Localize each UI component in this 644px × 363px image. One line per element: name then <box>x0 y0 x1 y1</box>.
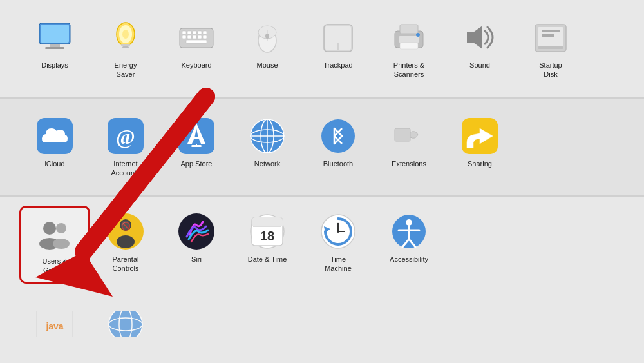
svg-point-59 <box>53 239 70 249</box>
svg-rect-18 <box>198 35 202 39</box>
svg-rect-1 <box>41 25 69 43</box>
accessibility-icon <box>390 212 428 251</box>
pref-item-accessibility[interactable]: Accessibility <box>374 206 444 284</box>
users-groups-icon <box>35 214 74 253</box>
pref-item-keyboard[interactable]: Keyboard <box>161 12 232 86</box>
users-groups-label: Users &Groups <box>42 257 67 275</box>
svg-rect-38 <box>542 34 554 37</box>
svg-rect-10 <box>182 31 186 34</box>
svg-point-90 <box>109 311 142 337</box>
startup-disk-label: StartupDisk <box>539 61 562 79</box>
pref-item-network-other[interactable] <box>90 305 161 348</box>
app-store-icon <box>177 117 216 155</box>
svg-rect-31 <box>400 43 418 49</box>
bluetooth-label: Bluetooth <box>323 159 353 168</box>
pref-item-displays[interactable]: Displays <box>19 12 90 86</box>
pref-item-mouse[interactable]: Mouse <box>232 12 303 86</box>
date-time-label: Date & Time <box>248 255 287 264</box>
svg-rect-74 <box>252 222 283 226</box>
svg-rect-36 <box>538 46 564 49</box>
energy-saver-icon <box>106 18 145 57</box>
network-other-icon <box>106 311 145 337</box>
svg-point-51 <box>321 119 355 153</box>
date-time-icon: 18 <box>248 212 287 251</box>
sound-icon <box>460 18 499 57</box>
network-icon <box>248 117 287 155</box>
pref-item-sharing[interactable]: Sharing <box>444 110 515 184</box>
svg-rect-11 <box>187 31 191 34</box>
parental-controls-label: ParentalControls <box>113 255 139 273</box>
svg-point-58 <box>56 223 66 233</box>
sharing-label: Sharing <box>468 159 492 168</box>
siri-label: Siri <box>191 255 202 264</box>
svg-text:18: 18 <box>260 229 274 243</box>
network-label: Network <box>254 159 280 168</box>
svg-rect-12 <box>193 31 196 34</box>
pref-item-extensions[interactable]: Extensions <box>374 110 444 184</box>
keyboard-label: Keyboard <box>181 61 211 70</box>
pref-item-bluetooth[interactable]: Bluetooth <box>303 110 374 184</box>
svg-rect-37 <box>542 30 560 32</box>
svg-point-8 <box>122 30 129 39</box>
internet-grid: iCloud @ InternetAccounts <box>19 110 625 184</box>
java-icon: java <box>35 311 74 337</box>
trackpad-icon <box>319 18 357 57</box>
svg-rect-6 <box>121 44 130 46</box>
printers-icon <box>390 18 428 57</box>
keyboard-icon <box>177 18 216 57</box>
pref-item-internet-accounts[interactable]: @ InternetAccounts <box>90 110 161 184</box>
svg-text:@: @ <box>116 125 135 148</box>
svg-point-81 <box>337 230 339 233</box>
svg-rect-30 <box>400 25 418 34</box>
pref-item-startup-disk[interactable]: StartupDisk <box>515 12 586 86</box>
svg-rect-76 <box>253 226 281 227</box>
parental-controls-icon: 🚫 <box>106 212 145 251</box>
other-grid: java <box>19 305 625 348</box>
app-store-label: App Store <box>181 159 213 168</box>
svg-point-62 <box>117 235 135 248</box>
internet-accounts-label: InternetAccounts <box>111 159 140 178</box>
sound-label: Sound <box>469 61 490 70</box>
svg-point-32 <box>416 33 420 37</box>
pref-item-app-store[interactable]: App Store <box>161 110 232 184</box>
pref-item-trackpad[interactable]: Trackpad <box>303 12 374 86</box>
svg-rect-3 <box>45 47 64 49</box>
icloud-label: iCloud <box>44 159 64 168</box>
svg-text:java: java <box>45 321 63 331</box>
pref-item-siri[interactable]: Siri <box>161 206 232 284</box>
startup-disk-icon <box>531 18 570 57</box>
pref-item-java[interactable]: java <box>19 305 90 348</box>
svg-rect-13 <box>198 31 202 34</box>
printers-label: Printers &Scanners <box>393 61 424 79</box>
time-machine-label: TimeMachine <box>325 255 352 273</box>
pref-item-energy-saver[interactable]: EnergySaver <box>90 12 161 86</box>
internet-section: iCloud @ InternetAccounts <box>0 98 644 197</box>
svg-point-24 <box>265 34 269 39</box>
svg-marker-33 <box>467 26 482 49</box>
pref-item-parental-controls[interactable]: 🚫 ParentalControls <box>90 206 161 284</box>
hardware-section: Displays EnergySaver <box>0 0 644 98</box>
extensions-icon <box>390 117 428 155</box>
energy-saver-label: EnergySaver <box>115 61 137 79</box>
svg-rect-14 <box>203 31 207 34</box>
siri-icon <box>177 212 216 251</box>
svg-rect-29 <box>399 36 419 43</box>
hardware-grid: Displays EnergySaver <box>19 12 625 86</box>
accessibility-label: Accessibility <box>390 255 428 264</box>
pref-item-time-machine[interactable]: TimeMachine <box>303 206 374 284</box>
svg-rect-16 <box>187 35 191 39</box>
displays-label: Displays <box>41 61 68 70</box>
pref-item-users-groups[interactable]: Users &Groups <box>19 206 90 284</box>
svg-rect-7 <box>122 46 129 48</box>
pref-item-icloud[interactable]: iCloud <box>19 110 90 184</box>
pref-item-network[interactable]: Network <box>232 110 303 184</box>
pref-item-sound[interactable]: Sound <box>444 12 515 86</box>
pref-item-printers-scanners[interactable]: Printers &Scanners <box>374 12 444 86</box>
pref-item-date-time[interactable]: 18 Date & Time <box>232 206 303 284</box>
svg-rect-15 <box>182 35 186 39</box>
system-grid: Users &Groups 🚫 ParentalControls <box>19 206 625 284</box>
extensions-label: Extensions <box>392 159 426 168</box>
svg-rect-17 <box>193 35 196 39</box>
mouse-label: Mouse <box>256 61 278 70</box>
mouse-icon <box>248 18 287 57</box>
